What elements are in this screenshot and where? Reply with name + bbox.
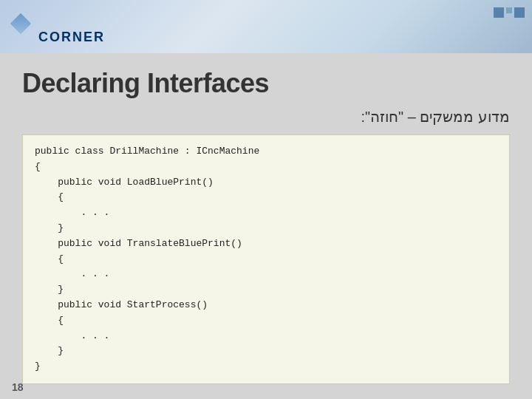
header: CoRNER [0, 0, 532, 53]
code-line-11: public void StartProcess() [35, 298, 497, 313]
deco-square-2 [506, 7, 512, 13]
code-line-10: } [35, 282, 497, 298]
logo-diamond [10, 13, 31, 34]
deco-square-1 [494, 7, 504, 18]
slide-number: 18 [12, 381, 24, 393]
header-decoration [494, 7, 525, 18]
code-line-1: public class DrillMachine : ICncMachine [35, 144, 497, 160]
code-line-2: { [35, 160, 497, 175]
code-line-13: . . . [35, 329, 497, 344]
code-block: public class DrillMachine : ICncMachine … [22, 134, 510, 384]
logo-text: CoRNER [38, 30, 105, 45]
main-content: Declaring Interfaces מדוע ממשקים – "חוזה… [0, 53, 532, 399]
slide-title: Declaring Interfaces [22, 68, 510, 99]
code-line-3: public void LoadBluePrint() [35, 175, 497, 191]
code-line-12: { [35, 313, 497, 329]
code-line-6: } [35, 221, 497, 236]
code-line-15: } [35, 359, 497, 375]
code-line-8: { [35, 252, 497, 267]
code-line-14: } [35, 344, 497, 359]
logo-area: CoRNER [7, 9, 105, 45]
slide-subtitle: מדוע ממשקים – "חוזה": [22, 108, 510, 126]
slide: CoRNER Declaring Interfaces מדוע ממשקים … [0, 0, 532, 399]
logo-icon [7, 13, 34, 40]
deco-square-3 [514, 7, 525, 18]
code-line-5: . . . [35, 205, 497, 221]
code-line-7: public void TranslateBluePrint() [35, 236, 497, 252]
code-line-4: { [35, 190, 497, 205]
code-line-9: . . . [35, 267, 497, 282]
